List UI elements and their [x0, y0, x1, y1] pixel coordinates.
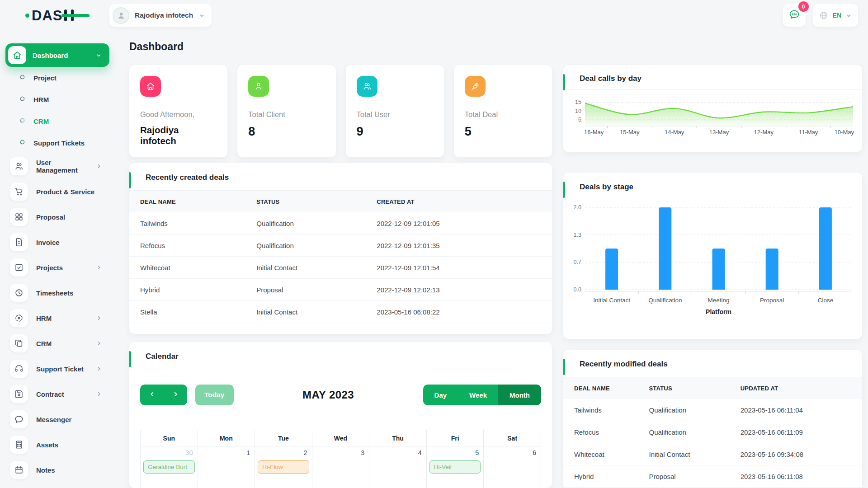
table-row[interactable]: WhitecoatInitial Contact2023-05-16 09:34… [563, 443, 862, 465]
day-cell[interactable]: 2 Hi-Flow [255, 446, 312, 488]
day-cell[interactable]: 4 [369, 446, 427, 488]
view-week-button[interactable]: Week [458, 385, 498, 405]
sidebar-item-timesheets[interactable]: Timesheets [5, 280, 109, 305]
svg-text:Platform: Platform [706, 308, 731, 315]
sidebar-item-hrm[interactable]: HRM [5, 305, 109, 331]
day-cell[interactable]: 3 [312, 446, 369, 488]
stat-card-total-user: Total User 9 [346, 65, 444, 157]
day-cell[interactable]: 5 Hi-Veil [426, 446, 484, 488]
deal-calls-chart: 15105 16-May15-May14-May13-May12-May11-M… [563, 90, 862, 143]
calendar-event[interactable]: Hi-Flow [258, 460, 309, 474]
day-header-tue: Tue [255, 430, 312, 446]
table-row[interactable]: RefocusQualification2022-12-09 12:01:35 [129, 235, 552, 257]
topbar: DAS Rajodiya infotech 0 EN [0, 0, 868, 31]
cart-icon [10, 183, 28, 201]
table-row[interactable]: TailwindsQualification2023-05-16 06:11:0… [563, 399, 862, 421]
view-day-button[interactable]: Day [423, 385, 458, 405]
card-title: Deals by stage [580, 183, 633, 191]
svg-text:16-May: 16-May [584, 129, 604, 136]
main-content: Dashboard Good Afternoon, Rajodiya infot… [109, 31, 868, 488]
sidebar-item-dashboard[interactable]: Dashboard [5, 43, 109, 67]
chevron-right-icon [96, 264, 102, 271]
headset-icon [10, 360, 28, 378]
stat-label: Total User [357, 110, 433, 119]
chevron-right-icon [96, 391, 102, 397]
table-row[interactable]: RefocusQualification2023-05-16 06:11:09 [563, 421, 862, 443]
prev-month-button[interactable] [140, 385, 164, 405]
stat-value: 8 [248, 125, 325, 139]
layers-icon [10, 334, 28, 352]
sidebar-item-user-management[interactable]: User Management [5, 154, 109, 179]
sidebar-item-product-service[interactable]: Product & Service [5, 179, 109, 204]
chevron-right-icon [96, 340, 102, 347]
stat-value: 9 [357, 125, 433, 139]
table-row[interactable]: HybridProposal2022-12-09 12:02:13 [129, 279, 552, 301]
today-button[interactable]: Today [195, 385, 234, 405]
day-cell[interactable]: 1 [198, 446, 255, 488]
card-title: Recently modified deals [580, 360, 668, 368]
sidebar-item-assets[interactable]: Assets [5, 432, 109, 457]
calculator-icon [10, 436, 28, 454]
day-cell[interactable]: 30 Geraldine Burt [141, 446, 198, 488]
calendar-card: Calendar Today MAY 2023 DayWeekMonth [129, 342, 552, 488]
sidebar-item-invoice[interactable]: Invoice [5, 230, 109, 255]
svg-text:1.3: 1.3 [574, 232, 581, 238]
day-header-fri: Fri [426, 430, 484, 446]
grid-icon [10, 208, 28, 226]
svg-text:Meeting: Meeting [708, 297, 729, 304]
sidebar-item-support-tickets[interactable]: Support Tickets [5, 132, 109, 154]
chat-bubble-icon [788, 9, 800, 22]
day-cell[interactable]: 6 [484, 446, 541, 488]
deal-calls-by-day-card: Deal calls by day 15105 16-May15-May14-M… [563, 65, 862, 152]
accent-bar [129, 172, 131, 188]
table-row[interactable]: StellaInitial Contact2023-05-16 06:08:22 [129, 301, 552, 323]
svg-text:0.7: 0.7 [574, 259, 581, 265]
table-row[interactable]: WhitecoatInitial Contact2022-12-09 12:01… [129, 257, 552, 279]
calendar-event[interactable]: Geraldine Burt [143, 460, 195, 474]
date-number: 6 [484, 446, 541, 457]
app-logo[interactable]: DAS [0, 9, 109, 23]
company-avatar [113, 7, 129, 24]
sidebar-item-hrm[interactable]: HRM [5, 89, 109, 110]
stat-label: Good Afternoon, [140, 110, 217, 119]
bullet-icon [19, 117, 26, 126]
table-header: DEAL NAMESTATUSUPDATED AT [563, 377, 862, 399]
language-label: EN [833, 12, 841, 19]
table-row[interactable]: HybridProposal2023-05-16 06:11:08 [563, 465, 862, 488]
next-month-button[interactable] [164, 385, 187, 405]
svg-text:Close: Close [818, 297, 834, 304]
svg-text:12-May: 12-May [754, 129, 774, 136]
sidebar-item-contract[interactable]: Contract [5, 381, 109, 407]
globe-icon [819, 10, 829, 20]
clock-icon [10, 284, 28, 302]
sidebar-item-messenger[interactable]: Messenger [5, 407, 109, 432]
view-month-button[interactable]: Month [498, 385, 541, 405]
sidebar-item-notes[interactable]: Notes [5, 457, 109, 483]
date-number: 5 [427, 446, 484, 457]
company-selector[interactable]: Rajodiya infotech [109, 4, 212, 27]
calendar-event[interactable]: Hi-Veil [429, 460, 481, 474]
svg-text:Proposal: Proposal [760, 297, 784, 304]
table-row[interactable]: TailwindsQualification2022-12-09 12:01:0… [129, 212, 552, 235]
sidebar-item-crm[interactable]: CRM [5, 331, 109, 356]
svg-text:15: 15 [575, 99, 581, 105]
date-number: 3 [312, 446, 369, 457]
day-header-wed: Wed [312, 430, 369, 446]
logo-text: DAS [32, 9, 62, 23]
table-header: DEAL NAMESTATUSCREATED AT [129, 191, 552, 212]
chevron-down-icon [845, 12, 852, 19]
sidebar-item-projects[interactable]: Projects [5, 255, 109, 280]
dash-logo: DAS [25, 9, 81, 23]
stat-card-total-deal: Total Deal 5 [454, 65, 552, 157]
svg-text:10-May: 10-May [835, 129, 854, 136]
chat-button[interactable]: 0 [783, 4, 806, 27]
sidebar-item-proposal[interactable]: Proposal [5, 204, 109, 230]
sidebar-item-support-ticket[interactable]: Support Ticket [5, 356, 109, 381]
day-header-sun: Sun [141, 430, 198, 446]
created-deals-table: DEAL NAMESTATUSCREATED ATTailwindsQualif… [129, 191, 552, 323]
language-selector[interactable]: EN [813, 4, 858, 27]
logo-dot [25, 14, 29, 18]
sidebar-item-crm[interactable]: CRM [5, 110, 109, 132]
stat-value: Rajodiya infotech [140, 125, 217, 146]
sidebar-item-project[interactable]: Project [5, 67, 109, 89]
